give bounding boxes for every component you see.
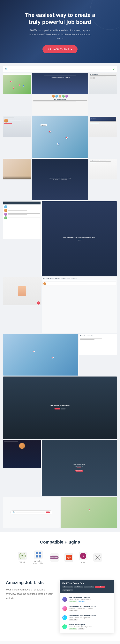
job-meta-1: Affinity · 3 months · $$$ · 45 positions xyxy=(69,599,111,600)
jlm-body: User Experience Designer Affinity · 3 mo… xyxy=(59,593,114,633)
screenshot-application-form: Welcome to The Success Of Reaching A Goa… xyxy=(42,277,117,334)
job-tag-remote: Remote xyxy=(78,600,85,602)
plugins-section: Compatible Plugins W WPML xyxy=(0,532,120,572)
job-tag-onsite: On Site xyxy=(78,628,84,630)
job-meta-3: Affinity · 6 months · $$ · 8 positions xyxy=(69,617,111,618)
screenshot-people xyxy=(3,116,31,158)
plugin-woocommerce: WOOCOMMERCE xyxy=(50,553,59,562)
screenshot-map-small xyxy=(61,497,117,528)
woocommerce-icon: WOOCOMMERCE xyxy=(50,553,59,562)
hero-section: The easiest way to create a truly powerf… xyxy=(0,0,120,63)
job-logo-1 xyxy=(62,597,67,602)
launch-theme-button[interactable]: LAUNCH THEME xyxy=(42,45,78,53)
wpml-label: WPML xyxy=(20,561,25,564)
svg-rect-5 xyxy=(36,555,38,558)
svg-rect-6 xyxy=(39,555,41,558)
svg-text:CF7: CF7 xyxy=(67,557,71,560)
screenshot-couple: Happy xyxy=(3,159,31,200)
job-title-2: Social Media And Public Relation xyxy=(69,606,111,608)
plugin-contact7: CF7 xyxy=(65,553,73,562)
job-singles-section: Groove 📍 Mountain View, California ♥ Sen… xyxy=(0,641,120,644)
screenshot-life: Life is Full of xyxy=(89,116,117,158)
screenshot-map-full: Opportunity xyxy=(32,116,88,158)
job-tag-fulltime-2: FULL TIME xyxy=(69,628,77,630)
screenshot-search-bar: 🔍 ✓ xyxy=(3,66,117,72)
plugin-gg xyxy=(93,553,102,562)
job-tag-parttime-2: PART TIME xyxy=(69,619,78,620)
job-info-4: Senior UX Designer TechCo · 3 months · $… xyxy=(69,624,111,630)
job-title-4: Senior UX Designer xyxy=(69,624,111,626)
screenshot-special: Doing something special happens every da… xyxy=(42,440,117,496)
screenshot-quote-text: Lou never wont know how pick yourself up xyxy=(34,77,87,78)
contact7-icon: CF7 xyxy=(65,553,73,562)
plugin-wpml: W WPML xyxy=(18,552,27,564)
jlm-header: Find Your Dream Job Permanent Full-Time … xyxy=(59,580,114,593)
screenshot-right-small: Find Your Dream Job xyxy=(89,73,117,115)
screenshot-smile: + xyxy=(3,277,41,334)
svg-rect-4 xyxy=(39,552,41,554)
job-info-3: Social Media And Public Relation Affinit… xyxy=(69,615,111,620)
wpbakery-label: WPBakery Page Builder xyxy=(33,560,44,565)
hero-title: The easiest way to create a truly powerf… xyxy=(21,12,99,26)
job-tags-2: PART TIME xyxy=(69,610,111,612)
job-logo-4 xyxy=(62,624,67,629)
svg-text:y: y xyxy=(83,555,84,558)
job-tags-4: FULL TIME On Site xyxy=(69,628,111,630)
filter-temporary[interactable]: Temporary xyxy=(62,589,73,592)
svg-rect-2 xyxy=(34,550,43,559)
svg-text:W: W xyxy=(21,555,23,557)
screenshot-search-wide: 🔍 xyxy=(3,497,59,528)
wpbakery-icon xyxy=(34,550,43,559)
job-lists-title: Amazing Job Lists xyxy=(6,580,54,585)
plugin-wpbakery: WPBakery Page Builder xyxy=(33,550,44,565)
job-info-1: User Experience Designer Affinity · 3 mo… xyxy=(69,596,111,602)
screenshot-dark-person xyxy=(3,440,41,496)
job-meta-2: GhostBoy · 12 months · $$ · 12 positions xyxy=(69,608,111,609)
job-meta-4: TechCo · 3 months · $$$ · 23 positions xyxy=(69,626,111,628)
filter-permanent[interactable]: Permanent xyxy=(62,586,73,588)
screenshots-section: 🔍 ✓ xyxy=(0,63,120,532)
yoast-icon: y xyxy=(79,552,87,560)
filter-parttime[interactable]: Part Time xyxy=(95,586,105,588)
job-info-2: Social Media And Public Relation GhostBo… xyxy=(69,606,111,612)
screenshot-map-large xyxy=(3,334,78,375)
screenshot-pick-yourself: If you never fall you'll never know how … xyxy=(42,201,117,276)
job-lists-mockup: Find Your Dream Job Permanent Full-Time … xyxy=(59,580,114,633)
job-item-3: G Social Media And Public Relation Affin… xyxy=(59,613,114,622)
jlm-header-title: Find Your Dream Job xyxy=(62,582,111,584)
yoast-label: yoast xyxy=(81,561,86,564)
svg-point-19 xyxy=(97,557,98,558)
svg-rect-3 xyxy=(36,552,38,554)
job-tags-3: PART TIME xyxy=(69,619,111,620)
screenshot-faq: Frequently Asked Questions xyxy=(79,334,117,375)
wpml-icon: W xyxy=(18,552,27,560)
job-tags-1: FULL TIME Remote xyxy=(69,600,111,602)
svg-text:WOOCOMMERCE: WOOCOMMERCE xyxy=(50,557,59,558)
job-logo-3: G xyxy=(62,615,67,620)
job-list-mock-card: Find Your Dream Job Permanent Full-Time … xyxy=(59,580,114,633)
job-title-3: Social Media And Public Relation xyxy=(69,615,111,617)
job-tag-fulltime: FULL TIME xyxy=(69,600,77,602)
job-title-1: User Experience Designer xyxy=(69,596,111,598)
jlm-filters: Permanent Full-Time Internship Part Time… xyxy=(62,586,111,592)
job-tag-parttime: PART TIME xyxy=(69,610,78,612)
gg-icon xyxy=(93,553,102,562)
hero-subtitle: StaffScout is packed with a variety of s… xyxy=(27,28,93,40)
filter-fulltime[interactable]: Full-Time xyxy=(74,586,83,588)
plugin-yoast: y yoast xyxy=(79,552,87,564)
screenshot-map-pins xyxy=(3,73,31,115)
job-item-2: Social Media And Public Relation GhostBo… xyxy=(59,604,114,613)
plugins-row: W WPML WPBakery Page Builder xyxy=(6,550,114,565)
job-lists-desc: Your visitors will have a remarkable ove… xyxy=(6,588,54,600)
screenshot-motivational: Happiness Is When What You Think What Yo… xyxy=(32,159,88,200)
screenshot-dark-cta: The right career only one click away xyxy=(3,376,117,439)
job-item-1: User Experience Designer Affinity · 3 mo… xyxy=(59,595,114,604)
job-lists-text: Amazing Job Lists Your visitors will hav… xyxy=(6,580,54,600)
screenshot-hero-dark: Lou never wont know how pick yourself up… xyxy=(32,73,88,115)
filter-internship[interactable]: Internship xyxy=(84,586,94,588)
job-item-4: Senior UX Designer TechCo · 3 months · $… xyxy=(59,622,114,632)
screenshot-comfort: Life begins at the end of your comfort z… xyxy=(89,159,117,200)
plugins-title: Compatible Plugins xyxy=(6,540,114,545)
job-lists-section: Amazing Job Lists Your visitors will hav… xyxy=(0,572,120,641)
job-logo-2 xyxy=(62,606,67,611)
